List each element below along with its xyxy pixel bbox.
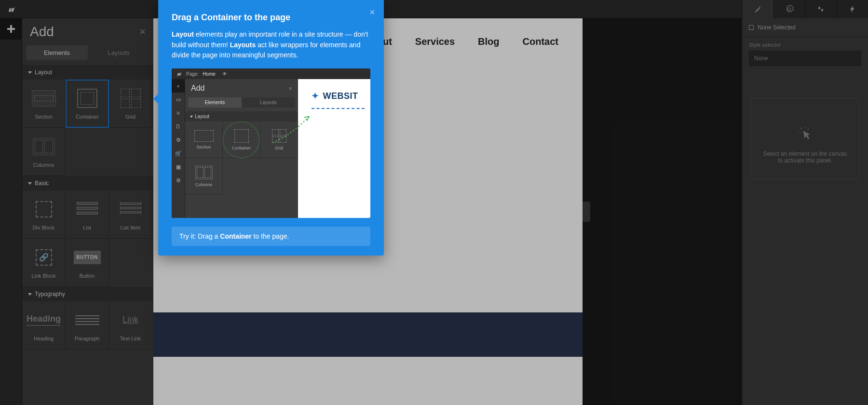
tooltip-illustration: Page: Home 👁 ＋ ▭ ≡ 🗋 ⚙ 🛒 ▦ ⚙ Add× Elemen… — [172, 68, 370, 218]
element-columns[interactable]: Columns — [22, 128, 66, 176]
close-add-panel-button[interactable]: × — [139, 26, 146, 38]
element-label: Link Block — [31, 273, 55, 279]
element-label: Text Link — [120, 336, 141, 341]
element-label: Div Block — [33, 225, 55, 230]
element-label: List Item — [121, 225, 141, 230]
layout-elements-grid: Section Container Grid Columns — [22, 80, 153, 176]
div-block-icon — [36, 201, 52, 217]
pointer-click-icon — [799, 127, 812, 142]
mock-tab-elements: Elements — [188, 97, 242, 108]
element-grid[interactable]: Grid — [109, 80, 152, 128]
empty-state: Select an element on the canvas to activ… — [751, 98, 859, 179]
style-selector-input[interactable]: None — [749, 51, 861, 66]
tooltip-title: Drag a Container to the page — [172, 13, 370, 23]
section-header-typography[interactable]: Typography — [22, 287, 153, 301]
plus-icon — [7, 25, 15, 33]
element-container[interactable]: Container — [66, 80, 109, 128]
mock-section-layout: Layout — [195, 114, 209, 119]
webflow-icon — [176, 70, 182, 77]
tooltip-bold-layout: Layout — [172, 30, 194, 38]
mock-label: Grid — [275, 146, 283, 150]
selection-text: None Selected — [758, 24, 796, 31]
square-icon — [749, 25, 754, 30]
effects-tab[interactable] — [837, 0, 868, 18]
gear-icon — [785, 5, 794, 14]
add-elements-rail-button[interactable] — [0, 18, 22, 40]
tooltip-arrow — [153, 94, 158, 104]
basic-elements-grid: Div Block List List Item 🔗 Link Block BU… — [22, 190, 153, 287]
mock-canvas: ✦WEBSIT — [298, 79, 370, 218]
element-heading[interactable]: Heading Heading — [22, 301, 66, 350]
columns-icon — [33, 138, 55, 155]
webflow-logo[interactable] — [0, 4, 22, 14]
right-panel: None Selected Style selector None Select… — [742, 18, 868, 405]
empty-state-line2: to activate this panel. — [761, 157, 849, 164]
tab-layouts[interactable]: Layouts — [88, 45, 149, 60]
element-label: Paragraph — [75, 336, 99, 341]
element-label: Container — [76, 114, 99, 120]
link-block-icon: 🔗 — [36, 249, 52, 266]
section-header-label: Layout — [35, 69, 52, 76]
section-header-basic[interactable]: Basic — [22, 176, 153, 190]
canvas-resize-handle[interactable]: ⋮ — [583, 202, 590, 222]
element-label: Columns — [33, 162, 54, 168]
webflow-icon — [6, 4, 16, 14]
section-header-layout[interactable]: Layout — [22, 65, 153, 80]
text-link-icon: Link — [122, 315, 138, 325]
try-suffix: to the page. — [252, 232, 289, 240]
mock-site-title: WEBSIT — [323, 91, 358, 101]
mock-page-label: Page: — [186, 71, 199, 77]
button-icon: BUTTON — [74, 251, 101, 264]
settings-tab[interactable] — [773, 0, 805, 18]
list-icon — [77, 202, 98, 216]
container-icon — [77, 89, 97, 108]
element-label: Section — [35, 114, 53, 120]
typography-elements-grid: Heading Heading Paragraph Link Text Link — [22, 301, 153, 350]
try-prefix: Try it: Drag a — [179, 232, 220, 240]
section-header-label: Basic — [35, 180, 49, 187]
try-bold: Container — [220, 232, 251, 240]
nav-link-blog[interactable]: Blog — [478, 36, 499, 47]
element-label: List — [83, 225, 91, 230]
element-label: Heading — [34, 336, 54, 341]
style-selector-label: Style selector — [742, 37, 868, 51]
tooltip-paragraph: Layout elements play an important role i… — [172, 29, 370, 61]
element-label: Grid — [125, 114, 136, 120]
selection-indicator: None Selected — [742, 18, 868, 37]
brush-icon — [753, 5, 762, 14]
tab-elements[interactable]: Elements — [26, 45, 88, 60]
mock-add-title: Add — [191, 84, 204, 93]
interactions-tab[interactable] — [805, 0, 837, 18]
tooltip-close-button[interactable]: × — [369, 7, 375, 18]
mock-left-rail: ＋ ▭ ≡ 🗋 ⚙ 🛒 ▦ ⚙ — [172, 79, 185, 218]
mock-add-panel: Add× ElementsLayouts Layout Section Cont… — [185, 79, 298, 218]
left-rail — [0, 18, 22, 405]
add-panel: Add × Elements Layouts Layout Section Co… — [22, 18, 153, 405]
tutorial-tooltip: × Drag a Container to the page Layout el… — [158, 0, 384, 256]
chevron-down-icon — [28, 182, 32, 185]
grid-icon — [121, 89, 141, 108]
raindrops-icon — [816, 5, 825, 14]
top-bar — [0, 0, 868, 18]
bolt-icon — [848, 5, 857, 14]
nav-link-contact[interactable]: Contact — [523, 36, 558, 47]
empty-state-line1: Select an element on the canvas — [761, 150, 849, 157]
heading-icon: Heading — [27, 314, 61, 326]
style-tab[interactable] — [742, 0, 773, 18]
element-text-link[interactable]: Link Text Link — [109, 301, 152, 350]
add-panel-title: Add — [30, 24, 54, 40]
element-section[interactable]: Section — [22, 80, 66, 128]
list-item-icon — [120, 202, 141, 216]
nav-link-services[interactable]: Services — [415, 36, 455, 47]
mock-page-name: Home — [203, 71, 216, 77]
element-button[interactable]: BUTTON Button — [66, 239, 109, 287]
element-list[interactable]: List — [66, 190, 109, 239]
element-div-block[interactable]: Div Block — [22, 190, 66, 239]
section-icon — [32, 90, 56, 107]
element-link-block[interactable]: 🔗 Link Block — [22, 239, 66, 287]
mock-label: Section — [196, 145, 211, 149]
canvas-footer[interactable] — [153, 312, 583, 357]
element-list-item[interactable]: List Item — [109, 190, 152, 239]
element-paragraph[interactable]: Paragraph — [66, 301, 109, 350]
curved-arrow-icon — [268, 112, 316, 146]
